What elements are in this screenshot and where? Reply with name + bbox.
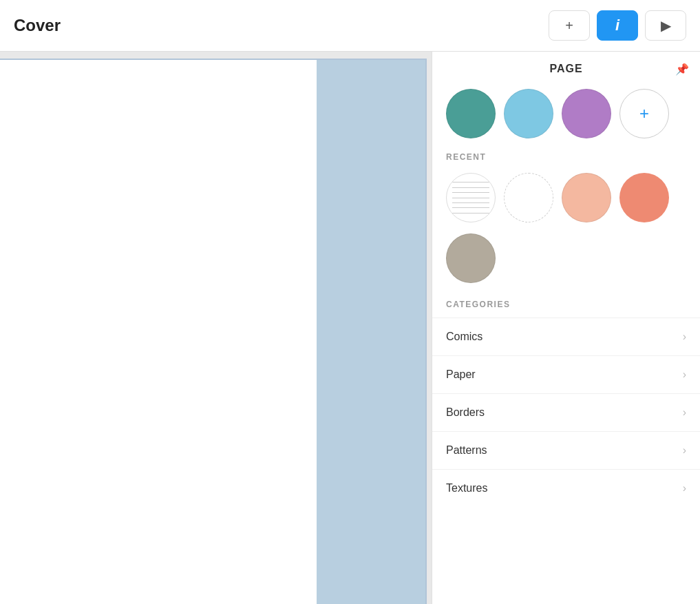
swatch-salmon[interactable] xyxy=(619,173,669,222)
chevron-right-icon-borders: › xyxy=(683,406,686,419)
play-button[interactable]: ▶ xyxy=(645,10,686,41)
page-title: Cover xyxy=(14,16,549,35)
swatch-purple[interactable] xyxy=(562,89,611,138)
category-item-borders[interactable]: Borders › xyxy=(432,393,700,431)
category-item-comics[interactable]: Comics › xyxy=(432,317,700,355)
page-canvas xyxy=(0,59,427,604)
chevron-right-icon-comics: › xyxy=(683,331,686,343)
category-item-textures[interactable]: Textures › xyxy=(432,469,700,507)
category-item-paper[interactable]: Paper › xyxy=(432,355,700,393)
category-label-paper: Paper xyxy=(446,368,476,381)
category-label-textures: Textures xyxy=(446,482,487,494)
categories-label: CATEGORIES xyxy=(432,294,700,317)
app-header: Cover + i ▶ xyxy=(0,0,700,52)
pin-icon[interactable]: 📌 xyxy=(675,63,689,76)
page-blue-area xyxy=(317,60,425,604)
swatch-light-blue[interactable] xyxy=(504,89,553,138)
swatch-peach[interactable] xyxy=(562,173,611,222)
category-item-patterns[interactable]: Patterns › xyxy=(432,431,700,469)
chevron-right-icon-patterns: › xyxy=(683,444,686,457)
swatch-warm-gray[interactable] xyxy=(446,233,496,283)
add-swatch-button[interactable]: + xyxy=(619,89,669,138)
page-white-area xyxy=(0,60,317,604)
chevron-right-icon-textures: › xyxy=(683,482,686,494)
color-swatches-row: + xyxy=(432,83,700,149)
recent-label: RECENT xyxy=(432,149,700,167)
header-buttons: + i ▶ xyxy=(549,10,686,41)
category-label-borders: Borders xyxy=(446,406,485,419)
info-button[interactable]: i xyxy=(597,10,638,41)
swatch-teal[interactable] xyxy=(446,89,496,138)
panel-title: PAGE xyxy=(549,63,582,75)
recent-swatches-row xyxy=(432,167,700,233)
category-label-comics: Comics xyxy=(446,331,482,343)
chevron-right-icon-paper: › xyxy=(683,368,686,381)
right-panel: PAGE 📌 + RECENT CATEGORIES xyxy=(432,52,700,604)
add-button[interactable]: + xyxy=(549,10,590,41)
panel-header: PAGE 📌 xyxy=(432,52,700,83)
swatch-dashed-1[interactable] xyxy=(504,173,553,222)
swatch-lined-1[interactable] xyxy=(446,173,496,222)
category-label-patterns: Patterns xyxy=(446,444,487,457)
